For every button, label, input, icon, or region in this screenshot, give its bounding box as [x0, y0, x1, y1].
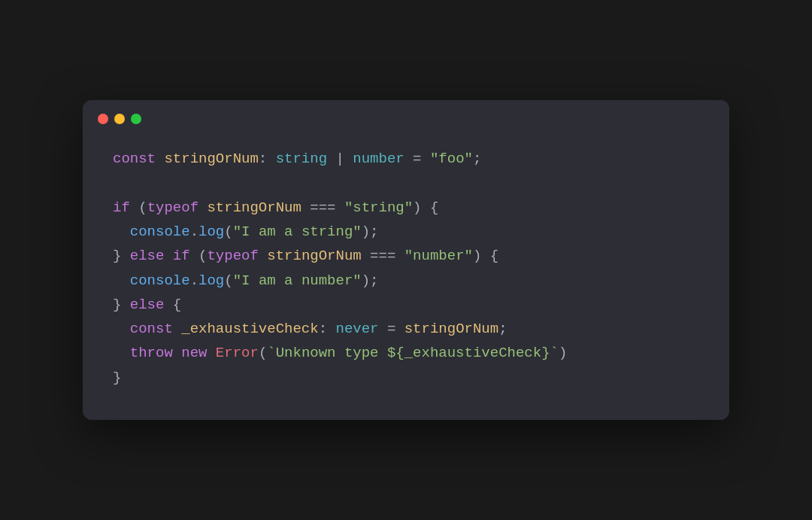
code-line-1: const stringOrNum: string | number = "fo…	[113, 147, 699, 171]
code-line-empty-1	[113, 171, 699, 195]
code-line-4: console.log("I am a string");	[113, 220, 699, 244]
close-button[interactable]	[98, 114, 108, 124]
code-line-9: throw new Error(`Unknown type ${_exhaust…	[113, 341, 699, 365]
title-bar	[83, 100, 729, 132]
code-line-3: if (typeof stringOrNum === "string") {	[113, 196, 699, 220]
code-line-5: } else if (typeof stringOrNum === "numbe…	[113, 244, 699, 268]
code-window: const stringOrNum: string | number = "fo…	[83, 100, 729, 420]
code-line-6: console.log("I am a number");	[113, 269, 699, 293]
code-line-10: }	[113, 366, 699, 390]
code-editor: const stringOrNum: string | number = "fo…	[83, 132, 729, 420]
maximize-button[interactable]	[131, 114, 141, 124]
minimize-button[interactable]	[114, 114, 125, 124]
code-line-7: } else {	[113, 293, 699, 317]
code-line-8: const _exhaustiveCheck: never = stringOr…	[113, 317, 699, 341]
